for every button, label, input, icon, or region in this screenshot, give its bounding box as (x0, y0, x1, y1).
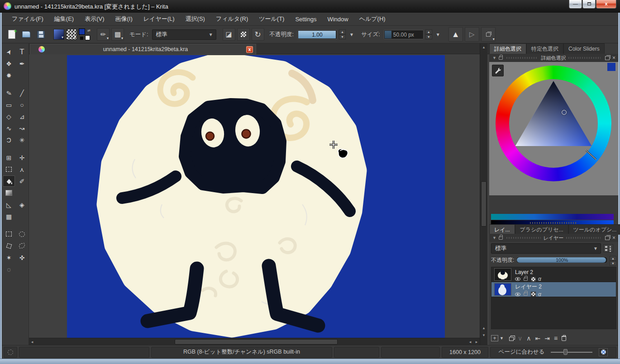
menu-file[interactable]: ファイル(F) (6, 13, 49, 25)
menu-filter[interactable]: フィルタ(R) (210, 13, 253, 25)
size-slider[interactable]: 50.00 px (384, 30, 424, 39)
tool-gradient[interactable] (3, 187, 15, 199)
color-docker-header[interactable]: ▼ 詳細色選択 × (489, 54, 618, 62)
zoom-button[interactable] (599, 348, 608, 356)
selection-mode-button[interactable] (4, 347, 17, 358)
close-docker-icon[interactable]: × (611, 55, 616, 61)
float-docker-icon[interactable] (605, 56, 610, 60)
menu-settings[interactable]: Settings (290, 14, 322, 24)
open-document-button[interactable] (20, 28, 33, 41)
scroll-up-icon[interactable]: ▴ (481, 43, 487, 51)
pattern-chooser[interactable]: ▾ (66, 29, 77, 40)
layers-docker-header[interactable]: ▼ レイヤー × (489, 234, 618, 242)
tab-close-button[interactable]: x (246, 46, 253, 53)
horizontal-scrollbar[interactable]: ◂ ◂ ▸ (29, 338, 480, 345)
menu-edit[interactable]: 編集(E) (49, 13, 79, 25)
tool-calligraphy[interactable]: ✒ (16, 58, 28, 69)
spin-up-icon[interactable]: ▲ (339, 29, 346, 34)
sv-triangle[interactable] (510, 80, 597, 167)
brush-preset-button[interactable]: ✎▾ (97, 28, 110, 41)
advanced-color-selector[interactable]: ↻ (489, 62, 618, 195)
spin-up-icon[interactable]: ▲ (425, 29, 432, 34)
tool-ellipse-select[interactable] (16, 228, 28, 240)
tool-line[interactable]: ╱ (16, 87, 28, 99)
layer-lock-icon[interactable] (524, 278, 528, 281)
tool-crop[interactable]: ⊞ (3, 152, 15, 163)
tool-polyline[interactable]: ⊿ (16, 111, 28, 122)
layer-alpha-lock-icon[interactable] (531, 277, 536, 282)
canvas[interactable] (67, 55, 445, 338)
layer-lock-icon[interactable] (524, 293, 528, 296)
scroll-right-icon[interactable]: ▸ (473, 338, 480, 345)
document-tab[interactable]: unnamed - 141215krita29beta.kra x (30, 44, 256, 54)
save-button[interactable] (34, 28, 47, 41)
workspace-chooser-button[interactable]: ▾ (481, 27, 496, 42)
scroll-left-icon[interactable]: ◂ (467, 338, 473, 345)
fill-pattern-button[interactable]: ▩▾ (111, 28, 124, 41)
layer-indent-right-button[interactable]: ⇥ (544, 335, 550, 342)
tool-rect-select[interactable] (3, 228, 15, 240)
menu-tools[interactable]: ツール(T) (253, 13, 290, 25)
layer-properties-button[interactable]: ≡ (554, 335, 558, 342)
tool-move-shapes[interactable]: ❖ (3, 58, 15, 69)
tool-fill[interactable] (3, 175, 15, 187)
color-history-gradient[interactable] (491, 214, 614, 220)
menu-select[interactable]: 選択(S) (180, 13, 210, 25)
delete-layer-button[interactable] (562, 336, 566, 341)
menu-view[interactable]: 表示(V) (79, 13, 110, 25)
tool-color-picker[interactable]: ✐ (16, 175, 28, 187)
menu-help[interactable]: ヘルプ(H) (354, 13, 391, 25)
layer-alpha-lock-icon[interactable] (531, 292, 536, 297)
restore-button[interactable] (582, 0, 596, 9)
horizontal-scroll-thumb[interactable] (175, 339, 338, 345)
minimize-button[interactable]: — (569, 0, 582, 9)
lock-icon[interactable] (499, 57, 503, 60)
zoom-mode-label[interactable]: ページに合わせる (499, 348, 545, 356)
mirror-horizontal-button[interactable]: ▲ (448, 27, 463, 42)
move-layer-up-button[interactable]: ∧ (526, 335, 531, 342)
layer-row-selected[interactable]: レイヤー 2 α (491, 282, 616, 297)
move-layer-down-button[interactable]: ∨ (518, 335, 522, 342)
tool-freehand-select[interactable] (16, 240, 28, 251)
menu-layer[interactable]: レイヤー(L) (138, 13, 180, 25)
layer-visibility-icon[interactable] (515, 293, 520, 296)
hue-ring[interactable] (496, 66, 611, 181)
layer-opacity-spinner[interactable]: ▲▼ (610, 256, 616, 264)
duplicate-layer-button[interactable] (508, 336, 514, 341)
tool-dynamic-brush[interactable]: Ɔ (3, 134, 15, 146)
layer-blend-mode-combobox[interactable]: 標準 ▼ (491, 243, 601, 254)
tool-select-shapes[interactable]: ➤ (3, 46, 15, 57)
color-selector-settings-button[interactable] (492, 65, 504, 76)
tab-tool-options[interactable]: ツールのオプシ... (568, 224, 620, 235)
vertical-scroll-thumb[interactable] (481, 181, 486, 227)
tab-advanced-color-selector[interactable]: 詳細色選択 (489, 43, 526, 54)
layer-opacity-slider[interactable]: 100% (516, 256, 608, 264)
canvas-viewport[interactable] (29, 54, 480, 338)
tool-freehand-path[interactable]: ↝ (16, 123, 28, 134)
tool-transform[interactable] (3, 164, 15, 175)
layer-alpha-icon[interactable]: α (538, 277, 541, 281)
close-button[interactable]: x (596, 0, 616, 9)
tool-rectangle[interactable]: ▭ (3, 99, 15, 110)
spin-down-icon[interactable]: ▼ (339, 34, 346, 39)
tool-similar-select[interactable]: ◌ (3, 264, 15, 275)
float-docker-icon[interactable] (605, 236, 610, 240)
close-docker-icon[interactable]: × (611, 235, 616, 241)
layer-indent-left-button[interactable]: ⇤ (535, 335, 540, 342)
scroll-left-icon[interactable]: ◂ (29, 338, 35, 345)
reload-preset-button[interactable]: ↻ (252, 28, 264, 41)
vertical-scrollbar[interactable]: ▴ ▴ ▾ (480, 43, 487, 345)
titlebar[interactable]: unnamed - 141215krita29beta.kra [変更されました… (0, 0, 620, 13)
tab-color-sliders[interactable]: Color Sliders (563, 43, 605, 54)
tool-assistants[interactable]: ⋏ (16, 164, 28, 175)
tool-bezier-curve[interactable]: ∿ (3, 123, 15, 134)
size-dropdown-arrow[interactable]: ▼ (434, 32, 442, 37)
blend-mode-combobox[interactable]: 標準▼ (152, 29, 216, 40)
scroll-down-icon[interactable]: ▾ (481, 331, 487, 339)
new-document-button[interactable]: + (5, 28, 18, 41)
zoom-slider[interactable] (551, 349, 592, 355)
tab-brush-presets[interactable]: ブラシのプリセ... (515, 224, 568, 235)
gradient-chooser[interactable]: ▾ (53, 29, 64, 40)
add-layer-button[interactable]: + (491, 335, 498, 341)
eraser-mode-button[interactable]: ◪ (223, 28, 235, 41)
